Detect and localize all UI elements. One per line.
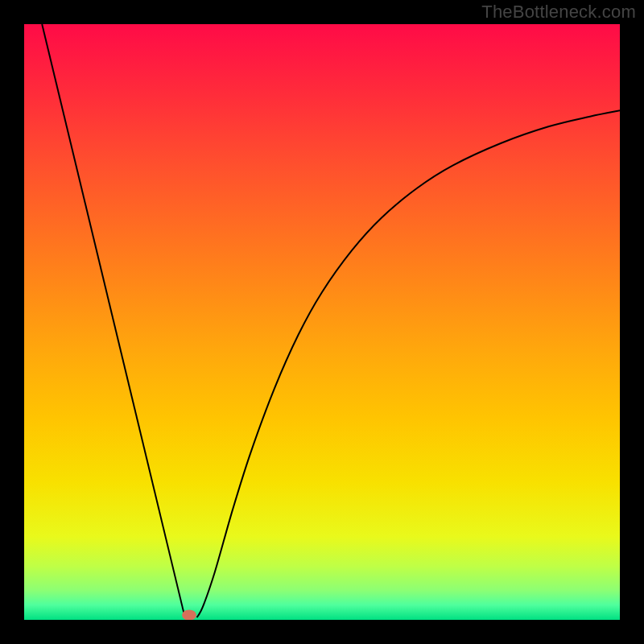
- chart-svg: [24, 24, 620, 620]
- watermark-text: TheBottleneck.com: [481, 2, 636, 23]
- plot-area: [24, 24, 620, 620]
- chart-frame: TheBottleneck.com: [0, 0, 644, 644]
